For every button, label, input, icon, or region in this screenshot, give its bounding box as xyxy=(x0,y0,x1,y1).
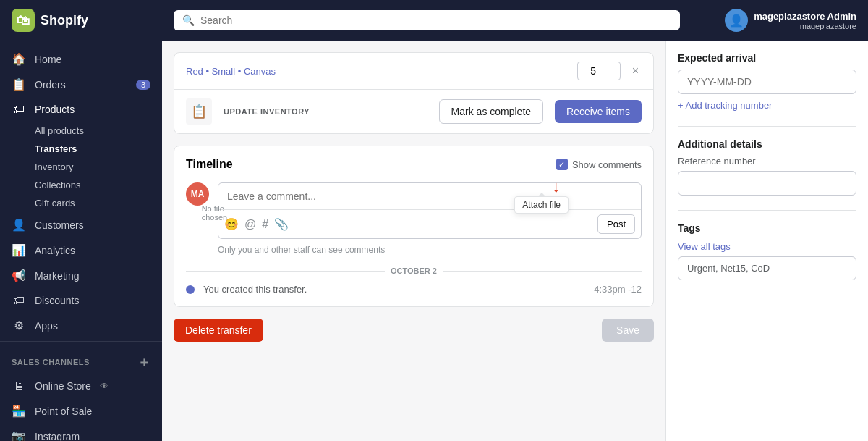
sales-channels-label: SALES CHANNELS ＋ xyxy=(0,345,162,374)
sidebar-item-point-of-sale[interactable]: 🏪 Point of Sale xyxy=(0,398,162,424)
center-panel: Red • Small • Canvas × 📋 UPDATE INVENTOR… xyxy=(162,41,665,441)
reference-number-input[interactable] xyxy=(678,171,856,196)
marketing-icon: 📢 xyxy=(12,269,26,282)
sidebar-item-orders[interactable]: 📋 Orders 3 xyxy=(0,72,162,97)
show-comments-toggle[interactable]: ✓ Show comments xyxy=(556,159,642,170)
attach-file-icon[interactable]: 📎 No file chosen xyxy=(274,217,289,231)
divider-line-right xyxy=(443,271,642,272)
pos-icon: 🏪 xyxy=(12,404,26,418)
content-wrapper: Red • Small • Canvas × 📋 UPDATE INVENTOR… xyxy=(162,41,868,441)
sidebar-item-discounts[interactable]: 🏷 Discounts xyxy=(0,288,162,313)
comment-hint: Only you and other staff can see comment… xyxy=(218,245,642,255)
mention-icon[interactable]: @ xyxy=(244,218,256,231)
home-icon: 🏠 xyxy=(12,52,26,66)
show-comments-label: Show comments xyxy=(572,159,642,170)
expected-arrival-input[interactable] xyxy=(678,70,856,94)
product-card: Red • Small • Canvas × 📋 UPDATE INVENTOR… xyxy=(174,52,654,134)
update-inventory-bar: 📋 UPDATE INVENTORY Mark as complete Rece… xyxy=(174,90,653,133)
receive-items-button[interactable]: Receive items xyxy=(555,100,642,123)
tags-input[interactable]: Urgent, Net15, CoD xyxy=(678,256,856,280)
attach-tooltip: Attach file xyxy=(514,196,569,214)
event-dot xyxy=(186,285,195,294)
quantity-input[interactable] xyxy=(577,62,621,80)
subnav-inventory[interactable]: Inventory xyxy=(0,158,162,176)
hashtag-icon[interactable]: # xyxy=(262,218,268,231)
products-icon: 🏷 xyxy=(12,103,26,116)
sidebar-item-label: Online Store xyxy=(35,380,91,392)
attach-arrow-indicator: ↓ Attach file xyxy=(529,177,583,214)
event-time: 4:33pm -12 xyxy=(594,284,642,295)
orders-badge: 3 xyxy=(136,80,150,90)
product-row: Red • Small • Canvas × xyxy=(174,53,653,90)
update-inventory-icon: 📋 xyxy=(186,98,212,125)
show-comments-checkbox[interactable]: ✓ xyxy=(556,159,568,170)
apps-icon: ⚙ xyxy=(12,319,26,332)
avatar: 👤 xyxy=(725,9,748,32)
sidebar-item-label: Apps xyxy=(35,320,58,332)
instagram-icon: 📷 xyxy=(12,429,26,441)
user-name: mageplazastore Admin xyxy=(754,11,856,22)
online-store-eye-icon[interactable]: 👁 xyxy=(100,381,109,391)
mark-complete-button[interactable]: Mark as complete xyxy=(439,99,543,124)
reference-number-label: Reference number xyxy=(678,156,856,167)
subnav-collections[interactable]: Collections xyxy=(0,176,162,194)
tags-label: Tags xyxy=(678,222,856,234)
sidebar-item-label: Marketing xyxy=(35,270,79,282)
user-area: 👤 mageplazastore Admin mageplazastore xyxy=(725,9,856,32)
search-input[interactable] xyxy=(200,14,671,26)
sidebar-item-analytics[interactable]: 📊 Analytics xyxy=(0,238,162,263)
sidebar-item-label: Products xyxy=(35,104,75,115)
sidebar-item-label: Orders xyxy=(35,79,66,91)
sidebar: 🛍 Shopify 🏠 Home 📋 Orders 3 🏷 Products A… xyxy=(0,0,162,441)
event-text: You created this transfer. xyxy=(203,284,307,295)
add-tracking-link[interactable]: + Add tracking number xyxy=(678,100,772,111)
tags-section: Tags View all tags Urgent, Net15, CoD xyxy=(678,222,856,280)
additional-details-title: Additional details xyxy=(678,138,856,150)
comment-area: MA 😊 @ # 📎 No file chosen Post xyxy=(186,182,642,239)
remove-product-button[interactable]: × xyxy=(629,62,642,80)
user-info: mageplazastore Admin mageplazastore xyxy=(754,11,856,30)
add-sales-channel-icon[interactable]: ＋ xyxy=(137,353,151,371)
section-divider-2 xyxy=(678,210,856,211)
discounts-icon: 🏷 xyxy=(12,294,26,307)
subnav-gift-cards[interactable]: Gift cards xyxy=(0,194,162,212)
timeline-title: Timeline xyxy=(186,158,233,171)
sidebar-item-customers[interactable]: 👤 Customers xyxy=(0,212,162,238)
sidebar-item-home[interactable]: 🏠 Home xyxy=(0,46,162,72)
expected-arrival-label: Expected arrival xyxy=(678,52,856,64)
timeline-header: Timeline ✓ Show comments xyxy=(186,158,642,171)
main-content: Red • Small • Canvas × 📋 UPDATE INVENTOR… xyxy=(162,0,868,441)
search-icon: 🔍 xyxy=(182,14,195,26)
sidebar-item-label: Customers xyxy=(35,219,84,231)
divider-line-left xyxy=(186,271,385,272)
sidebar-item-label: Point of Sale xyxy=(35,406,92,417)
subnav-all-products[interactable]: All products xyxy=(0,122,162,140)
additional-details-section: Additional details Reference number xyxy=(678,138,856,196)
save-button[interactable]: Save xyxy=(602,319,654,342)
logo-bag-icon: 🛍 xyxy=(12,9,35,32)
right-panel: Expected arrival + Add tracking number A… xyxy=(665,41,868,441)
sidebar-item-marketing[interactable]: 📢 Marketing xyxy=(0,263,162,288)
shopify-logo[interactable]: 🛍 Shopify xyxy=(12,9,88,32)
timeline-date-divider: OCTOBER 2 xyxy=(186,266,642,275)
sidebar-item-online-store[interactable]: 🖥 Online Store 👁 xyxy=(0,374,162,398)
delete-transfer-button[interactable]: Delete transfer xyxy=(174,319,263,342)
comment-toolbar: 😊 @ # 📎 No file chosen Post xyxy=(218,209,641,238)
timeline-card: Timeline ✓ Show comments MA 😊 @ # xyxy=(174,146,654,307)
update-inventory-label: UPDATE INVENTORY xyxy=(224,107,310,116)
sidebar-item-products[interactable]: 🏷 Products xyxy=(0,97,162,122)
view-all-tags-link[interactable]: View all tags xyxy=(678,241,731,252)
page-footer: Delete transfer Save xyxy=(174,307,654,353)
sidebar-divider xyxy=(0,341,162,342)
commenter-avatar: MA xyxy=(186,182,209,206)
online-store-icon: 🖥 xyxy=(12,379,26,392)
user-store: mageplazastore xyxy=(754,22,856,30)
analytics-icon: 📊 xyxy=(12,243,26,257)
sidebar-item-apps[interactable]: ⚙ Apps xyxy=(0,313,162,338)
subnav-transfers[interactable]: Transfers xyxy=(0,140,162,158)
sidebar-nav: 🏠 Home 📋 Orders 3 🏷 Products All product… xyxy=(0,41,162,441)
post-comment-button[interactable]: Post xyxy=(597,214,635,234)
sidebar-item-instagram[interactable]: 📷 Instagram xyxy=(0,424,162,441)
comment-input-wrapper: 😊 @ # 📎 No file chosen Post ↓ xyxy=(218,182,642,239)
sidebar-item-label: Discounts xyxy=(35,295,79,306)
